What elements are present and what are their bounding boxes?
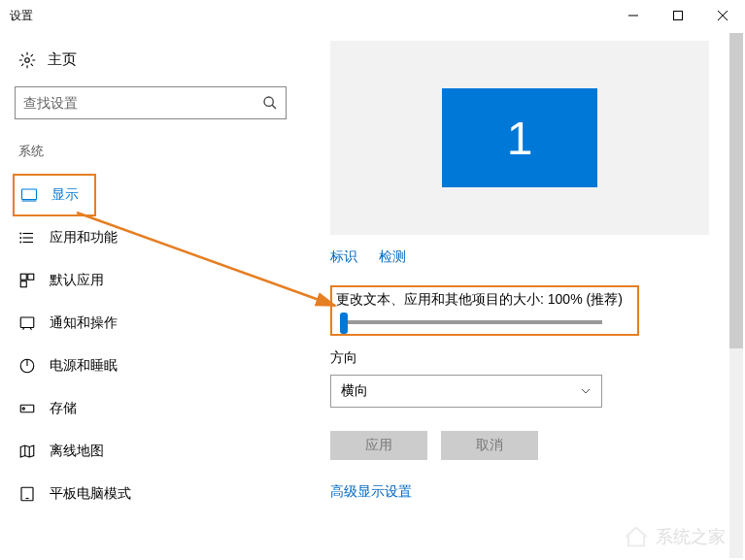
window-title: 设置 <box>10 8 33 24</box>
svg-point-4 <box>25 57 30 62</box>
advanced-display-link[interactable]: 高级显示设置 <box>330 483 716 501</box>
orientation-select[interactable]: 横向 <box>330 375 602 408</box>
search-input[interactable] <box>23 95 262 111</box>
home-button[interactable]: 主页 <box>15 50 287 69</box>
cancel-button[interactable]: 取消 <box>441 431 538 460</box>
gear-icon <box>18 51 36 69</box>
search-box[interactable] <box>15 86 287 119</box>
nav-label: 默认应用 <box>50 272 104 289</box>
nav-label: 通知和操作 <box>50 314 118 332</box>
nav-label: 平板电脑模式 <box>50 485 131 503</box>
nav-storage[interactable]: 存储 <box>15 387 287 430</box>
display-icon <box>20 186 38 204</box>
slider-thumb[interactable] <box>340 313 348 334</box>
svg-rect-7 <box>22 189 37 200</box>
svg-point-5 <box>264 97 273 106</box>
close-button[interactable] <box>700 0 745 31</box>
main-panel: 1 标识 检测 更改文本、应用和其他项目的大小: 100% (推荐) 方向 横向… <box>301 31 745 560</box>
nav-notifications[interactable]: 通知和操作 <box>15 302 287 345</box>
nav-label: 电源和睡眠 <box>50 357 118 375</box>
category-label: 系统 <box>15 143 287 160</box>
storage-icon <box>18 400 36 417</box>
minimize-button[interactable] <box>611 0 656 31</box>
list-icon <box>18 229 36 247</box>
orientation-label: 方向 <box>330 349 716 367</box>
monitor-1[interactable]: 1 <box>442 88 597 187</box>
maximize-button[interactable] <box>656 0 700 31</box>
scrollbar[interactable] <box>729 33 743 558</box>
default-apps-icon <box>18 272 36 289</box>
nav-apps[interactable]: 应用和功能 <box>15 216 287 259</box>
svg-point-12 <box>20 233 21 234</box>
nav-label: 存储 <box>50 400 77 417</box>
svg-point-22 <box>22 408 24 410</box>
tablet-icon <box>18 485 36 503</box>
nav-label: 离线地图 <box>50 443 104 460</box>
power-icon <box>18 357 36 375</box>
scale-section: 更改文本、应用和其他项目的大小: 100% (推荐) <box>330 285 639 336</box>
nav-label: 应用和功能 <box>50 229 118 247</box>
nav-default-apps[interactable]: 默认应用 <box>15 259 287 302</box>
svg-rect-15 <box>20 274 26 280</box>
svg-rect-16 <box>28 274 34 280</box>
search-icon <box>262 95 278 111</box>
nav-display[interactable]: 显示 <box>13 174 96 216</box>
scrollbar-thumb[interactable] <box>729 33 743 348</box>
chevron-down-icon <box>580 385 592 397</box>
scale-slider[interactable] <box>340 320 602 324</box>
scale-label: 更改文本、应用和其他项目的大小: 100% (推荐) <box>336 291 629 309</box>
svg-rect-18 <box>20 317 34 328</box>
svg-line-6 <box>272 105 276 109</box>
orientation-value: 横向 <box>341 382 368 400</box>
nav-tablet[interactable]: 平板电脑模式 <box>15 473 287 515</box>
nav-label: 显示 <box>51 186 79 204</box>
home-label: 主页 <box>48 50 77 69</box>
monitor-preview: 1 <box>330 41 709 235</box>
svg-point-14 <box>20 242 21 243</box>
svg-point-13 <box>20 238 21 239</box>
titlebar: 设置 <box>0 0 745 31</box>
map-icon <box>18 443 36 460</box>
sidebar: 主页 系统 显示 应用和功能 默认应用 通知和操作 电源和睡眠 <box>0 31 301 560</box>
svg-rect-17 <box>20 281 26 287</box>
svg-rect-1 <box>674 12 683 20</box>
detect-link[interactable]: 检测 <box>379 248 406 266</box>
nav-power[interactable]: 电源和睡眠 <box>15 345 287 387</box>
nav-offline-maps[interactable]: 离线地图 <box>15 430 287 473</box>
identify-link[interactable]: 标识 <box>330 248 357 266</box>
apply-button[interactable]: 应用 <box>330 431 427 460</box>
notifications-icon <box>18 314 36 332</box>
